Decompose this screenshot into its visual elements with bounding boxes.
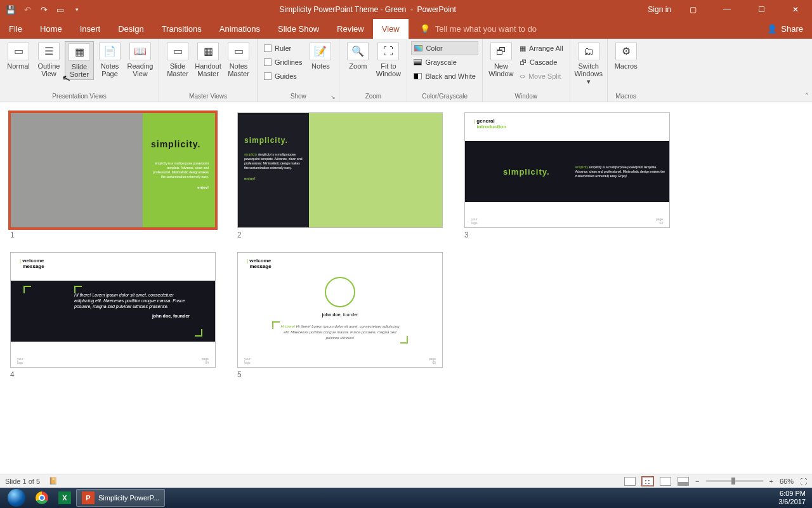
macros-button[interactable]: ⚙Macros bbox=[612, 41, 641, 71]
ribbon: ▭Normal ☰Outline View ▦Slide Sorter 📄Not… bbox=[0, 39, 812, 102]
title-bar: 💾 ↶ ↷ ▭ ▾ Simplicity PowerPoint Theme - … bbox=[0, 0, 812, 19]
fit-to-window-icon[interactable]: ⛶ bbox=[800, 478, 807, 485]
slide-number: 2 bbox=[237, 231, 443, 239]
group-color-grayscale: Color Grayscale Black and White Color/Gr… bbox=[407, 39, 482, 102]
tab-design[interactable]: Design bbox=[109, 19, 152, 39]
group-switch-windows: 🗂Switch Windows ▾ bbox=[570, 39, 608, 102]
normal-view-icon[interactable] bbox=[624, 477, 636, 486]
tab-transitions[interactable]: Transitions bbox=[153, 19, 211, 39]
slide-counter: Slide 1 of 5 bbox=[5, 478, 40, 485]
tab-view[interactable]: View bbox=[373, 19, 409, 39]
status-bar: Slide 1 of 5 📔 − + 66% ⛶ bbox=[0, 474, 812, 488]
group-zoom: 🔍Zoom ⛶Fit to Window Zoom bbox=[339, 39, 407, 102]
ribbon-tabs: File Home Insert Design Transitions Anim… bbox=[0, 19, 812, 39]
slide-sorter-button[interactable]: ▦Slide Sorter bbox=[65, 41, 94, 80]
slide-number: 5 bbox=[237, 370, 443, 379]
save-icon[interactable]: 💾 bbox=[5, 4, 16, 15]
slide-number: 4 bbox=[10, 370, 216, 379]
ribbon-display-options-icon[interactable]: ▢ bbox=[680, 0, 705, 19]
excel-taskbar-icon[interactable]: X bbox=[53, 489, 76, 507]
zoom-slider[interactable] bbox=[706, 480, 763, 482]
group-label: Macros bbox=[612, 92, 641, 100]
notes-page-button[interactable]: 📄Notes Page bbox=[95, 41, 124, 79]
start-from-beginning-icon[interactable]: ▭ bbox=[55, 4, 66, 15]
undo-icon[interactable]: ↶ bbox=[22, 4, 33, 15]
zoom-in-button[interactable]: + bbox=[769, 478, 773, 485]
new-window-button[interactable]: 🗗New Window bbox=[487, 41, 516, 79]
start-button[interactable] bbox=[3, 489, 30, 507]
slideshow-view-icon[interactable] bbox=[678, 477, 689, 486]
black-white-button[interactable]: Black and White bbox=[411, 69, 478, 83]
chrome-taskbar-icon[interactable] bbox=[30, 489, 53, 507]
powerpoint-taskbar-button[interactable]: P Simplicity PowerP... bbox=[76, 489, 165, 507]
zoom-button[interactable]: 🔍Zoom bbox=[343, 41, 372, 71]
group-window: 🗗New Window ▦Arrange All 🗗Cascade ⇔Move … bbox=[483, 39, 570, 102]
collapse-ribbon-icon[interactable]: ˄ bbox=[805, 92, 808, 99]
zoom-out-button[interactable]: − bbox=[695, 478, 699, 485]
spell-check-icon[interactable]: 📔 bbox=[49, 477, 58, 485]
zoom-percent[interactable]: 66% bbox=[780, 478, 794, 485]
group-presentation-views: ▭Normal ☰Outline View ▦Slide Sorter 📄Not… bbox=[0, 39, 159, 102]
slide-sorter-view-icon[interactable] bbox=[642, 477, 653, 486]
reading-view-icon[interactable] bbox=[660, 477, 671, 486]
outline-view-button[interactable]: ☰Outline View bbox=[34, 41, 63, 79]
fit-to-window-button[interactable]: ⛶Fit to Window bbox=[374, 41, 403, 79]
tab-file[interactable]: File bbox=[0, 19, 31, 39]
group-label: Show bbox=[261, 92, 335, 100]
sign-in-link[interactable]: Sign in bbox=[648, 5, 671, 14]
windows-taskbar: X P Simplicity PowerP... 6:09 PM 3/6/201… bbox=[0, 488, 812, 508]
tab-slideshow[interactable]: Slide Show bbox=[269, 19, 328, 39]
move-split-button[interactable]: ⇔Move Split bbox=[517, 69, 566, 83]
redo-icon[interactable]: ↷ bbox=[38, 4, 49, 15]
lightbulb-icon: 💡 bbox=[420, 24, 430, 34]
tab-insert[interactable]: Insert bbox=[71, 19, 110, 39]
window-title: Simplicity PowerPoint Theme - Green - Po… bbox=[88, 5, 648, 14]
qat-customize-icon[interactable]: ▾ bbox=[71, 4, 82, 15]
reading-view-button[interactable]: 📖Reading View bbox=[126, 41, 155, 79]
slide2-title: simplicity. bbox=[244, 136, 288, 145]
handout-master-button[interactable]: ▦Handout Master bbox=[193, 41, 223, 79]
title-right-controls: Sign in ▢ — ☐ ✕ bbox=[648, 0, 812, 19]
group-label: Presentation Views bbox=[4, 92, 155, 100]
share-button[interactable]: 👤 Share bbox=[758, 19, 812, 39]
system-clock[interactable]: 6:09 PM 3/6/2017 bbox=[778, 490, 809, 506]
normal-view-button[interactable]: ▭Normal bbox=[4, 41, 33, 71]
tab-animations[interactable]: Animations bbox=[211, 19, 269, 39]
share-icon: 👤 bbox=[767, 24, 777, 34]
slide-number: 3 bbox=[464, 231, 670, 239]
slide-number: 1 bbox=[10, 231, 216, 239]
cascade-button[interactable]: 🗗Cascade bbox=[517, 55, 566, 69]
group-label: Window bbox=[487, 92, 566, 100]
tab-home[interactable]: Home bbox=[31, 19, 71, 39]
gridlines-checkbox[interactable]: Gridlines bbox=[261, 55, 304, 69]
slide-sorter-pane[interactable]: simplicity. simplicity is a multipurpose… bbox=[0, 102, 812, 474]
tab-review[interactable]: Review bbox=[328, 19, 373, 39]
slide-thumbnail-2[interactable]: simplicity. simplicity simplicity is a m… bbox=[237, 112, 443, 239]
slide-master-button[interactable]: ▭Slide Master bbox=[163, 41, 192, 79]
quick-access-toolbar: 💾 ↶ ↷ ▭ ▾ bbox=[0, 4, 88, 15]
maximize-button[interactable]: ☐ bbox=[749, 0, 774, 19]
show-dialog-launcher[interactable]: ↘ bbox=[329, 94, 337, 100]
group-label: Master Views bbox=[163, 92, 253, 100]
guides-checkbox[interactable]: Guides bbox=[261, 69, 304, 83]
tell-me-search[interactable]: 💡 Tell me what you want to do bbox=[409, 19, 759, 39]
slide-thumbnail-3[interactable]: | general introduction simplicity. simpl… bbox=[464, 112, 670, 239]
grayscale-button[interactable]: Grayscale bbox=[411, 55, 478, 69]
switch-windows-button[interactable]: 🗂Switch Windows ▾ bbox=[574, 41, 603, 86]
group-label: Color/Grayscale bbox=[411, 92, 478, 100]
group-label: Zoom bbox=[343, 92, 403, 100]
close-button[interactable]: ✕ bbox=[783, 0, 808, 19]
notes-master-button[interactable]: ▭Notes Master bbox=[224, 41, 253, 79]
ruler-checkbox[interactable]: Ruler bbox=[261, 41, 304, 55]
group-show: Ruler Gridlines Guides 📝Notes Show ↘ bbox=[258, 39, 339, 102]
arrange-all-button[interactable]: ▦Arrange All bbox=[517, 41, 566, 55]
slide-thumbnail-5[interactable]: | welcome message john doe, founder Hi t… bbox=[237, 252, 443, 379]
slide-thumbnail-4[interactable]: | welcome message Hi there! Lorem ipsum … bbox=[10, 252, 216, 379]
minimize-button[interactable]: — bbox=[714, 0, 740, 19]
slide1-title: simplicity. bbox=[149, 138, 202, 150]
color-button[interactable]: Color bbox=[411, 41, 478, 55]
slide-thumbnail-1[interactable]: simplicity. simplicity is a multipurpose… bbox=[10, 112, 216, 239]
group-macros: ⚙Macros Macros bbox=[608, 39, 645, 102]
notes-button[interactable]: 📝Notes bbox=[306, 41, 335, 71]
group-master-views: ▭Slide Master ▦Handout Master ▭Notes Mas… bbox=[159, 39, 258, 102]
